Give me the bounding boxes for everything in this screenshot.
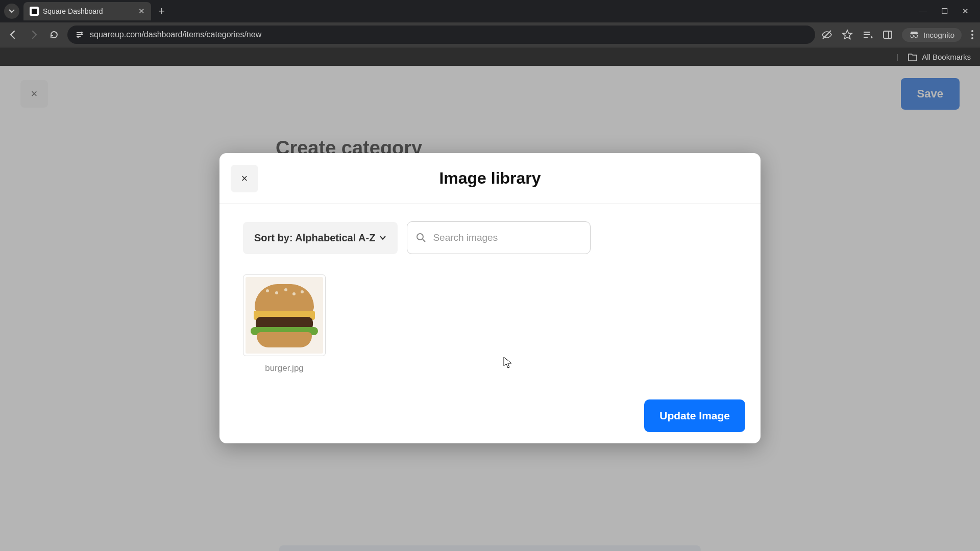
modal-header: × Image library	[219, 153, 761, 204]
star-icon[interactable]	[842, 29, 853, 40]
image-item[interactable]: burger.jpg	[243, 274, 326, 373]
modal-close-button[interactable]: ×	[231, 165, 258, 192]
modal-footer: Update Image	[219, 388, 761, 443]
window-controls: — ☐ ✕	[919, 7, 976, 16]
tab-bar: Square Dashboard ✕ + — ☐ ✕	[0, 0, 980, 22]
media-icon[interactable]	[862, 29, 873, 40]
svg-point-0	[81, 32, 83, 34]
incognito-icon	[909, 31, 919, 38]
folder-icon	[908, 53, 918, 61]
maximize-icon[interactable]: ☐	[941, 7, 948, 16]
new-tab-button[interactable]: +	[158, 5, 165, 18]
modal-body: Sort by: Alphabetical A-Z	[219, 204, 761, 388]
search-input[interactable]	[433, 232, 582, 243]
url-text: squareup.com/dashboard/items/categories/…	[90, 30, 261, 39]
browser-tab[interactable]: Square Dashboard ✕	[23, 2, 151, 20]
incognito-chip[interactable]: Incognito	[902, 28, 962, 42]
reload-icon	[49, 30, 59, 40]
svg-point-1	[77, 36, 79, 38]
kebab-menu-icon[interactable]	[971, 30, 974, 40]
page-content: × Save Create category Add items × Image…	[0, 66, 980, 551]
chevron-down-icon	[9, 8, 15, 14]
close-window-icon[interactable]: ✕	[962, 7, 969, 16]
update-image-button[interactable]: Update Image	[644, 399, 745, 432]
site-settings-icon[interactable]	[75, 30, 85, 40]
reload-button[interactable]	[47, 28, 61, 42]
bookmarks-bar: | All Bookmarks	[0, 47, 980, 66]
search-box[interactable]	[407, 221, 591, 254]
image-thumbnail[interactable]	[243, 274, 326, 356]
search-icon	[415, 232, 427, 243]
controls-row: Sort by: Alphabetical A-Z	[243, 221, 737, 254]
image-filename: burger.jpg	[243, 363, 326, 373]
images-grid: burger.jpg	[243, 274, 737, 373]
browser-chrome: Square Dashboard ✕ + — ☐ ✕ squareup.com/…	[0, 0, 980, 66]
svg-point-11	[417, 234, 423, 240]
url-input[interactable]: squareup.com/dashboard/items/categories/…	[67, 26, 815, 44]
square-favicon-icon	[30, 7, 39, 16]
minimize-icon[interactable]: —	[919, 7, 927, 16]
burger-image	[246, 277, 323, 354]
modal-overlay[interactable]: × Image library Sort by: Alphabetical A-…	[0, 66, 980, 551]
address-bar: squareup.com/dashboard/items/categories/…	[0, 22, 980, 47]
incognito-label: Incognito	[923, 31, 954, 39]
back-button[interactable]	[6, 28, 20, 42]
eye-off-icon[interactable]	[821, 29, 832, 40]
sort-dropdown[interactable]: Sort by: Alphabetical A-Z	[243, 222, 398, 254]
forward-button	[27, 28, 41, 42]
svg-point-8	[971, 30, 973, 32]
chevron-down-icon	[379, 234, 386, 241]
tab-close-icon[interactable]: ✕	[138, 7, 145, 16]
svg-point-10	[971, 37, 973, 39]
modal-title: Image library	[439, 169, 541, 188]
svg-line-12	[423, 239, 425, 242]
svg-rect-3	[884, 31, 892, 38]
tab-title: Square Dashboard	[43, 7, 103, 15]
svg-point-9	[971, 34, 973, 36]
panel-icon[interactable]	[883, 30, 893, 40]
sort-label: Sort by: Alphabetical A-Z	[254, 232, 375, 244]
arrow-left-icon	[8, 30, 18, 40]
arrow-right-icon	[29, 30, 39, 40]
close-icon: ×	[241, 172, 248, 185]
svg-point-5	[911, 35, 914, 38]
all-bookmarks-button[interactable]: All Bookmarks	[922, 53, 971, 61]
toolbar-right: Incognito	[821, 28, 974, 42]
svg-point-6	[915, 35, 918, 38]
image-library-modal: × Image library Sort by: Alphabetical A-…	[219, 153, 761, 443]
tab-search-button[interactable]	[4, 4, 19, 19]
